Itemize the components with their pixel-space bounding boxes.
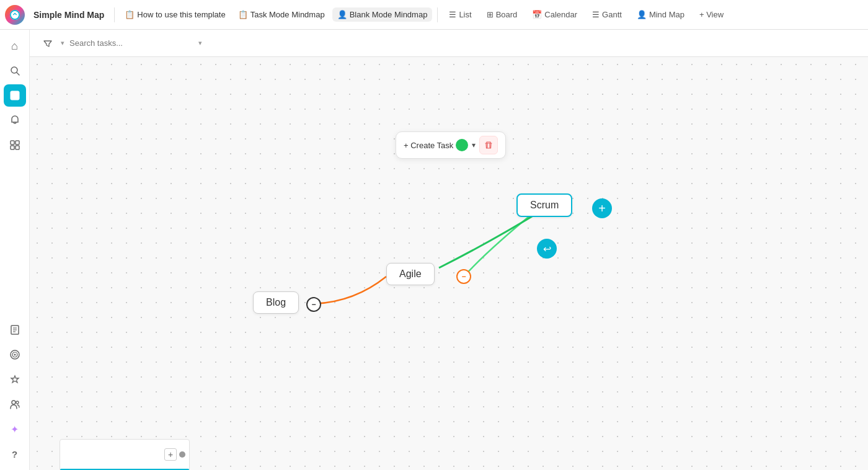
- svg-line-2: [17, 73, 19, 75]
- create-task-bar: + Create Task ▾: [396, 131, 506, 159]
- sidebar-item-home[interactable]: ⌂: [4, 35, 26, 57]
- mini-map-dot: [179, 451, 185, 458]
- sidebar-item-search[interactable]: [4, 60, 26, 82]
- toolbar: ▾ ▾: [30, 30, 868, 57]
- tab-task-mode[interactable]: 📋 Task Mode Mindmap: [233, 7, 330, 22]
- view-calendar[interactable]: 📅 Calendar: [526, 7, 583, 22]
- svg-point-14: [14, 354, 16, 356]
- svg-point-16: [16, 401, 19, 404]
- create-task-button[interactable]: + Create Task: [404, 141, 453, 150]
- view-gantt-label: Gantt: [602, 10, 622, 19]
- board-icon: ⊞: [487, 10, 494, 19]
- project-name: Simple Mind Map: [29, 7, 109, 22]
- node-blog-label: Blog: [266, 297, 286, 308]
- node-scrum[interactable]: Scrum: [516, 193, 572, 217]
- main-layout: ⌂: [0, 30, 868, 470]
- list-icon: ☰: [449, 10, 456, 19]
- logo-inner: [10, 10, 20, 20]
- filter-button[interactable]: [40, 37, 56, 50]
- status-chevron[interactable]: ▾: [471, 141, 477, 149]
- sidebar-item-ai[interactable]: ✦: [4, 418, 26, 440]
- tab-task-mode-label: Task Mode Mindmap: [250, 10, 325, 19]
- view-list[interactable]: ☰ List: [443, 7, 477, 22]
- sidebar-item-help[interactable]: ?: [4, 443, 26, 465]
- view-board-label: Board: [496, 10, 518, 19]
- svg-rect-4: [11, 141, 14, 144]
- sidebar-item-notifications[interactable]: [4, 109, 26, 131]
- mini-map-plus[interactable]: +: [164, 448, 177, 461]
- filter-icon: [43, 39, 52, 48]
- topbar-divider-1: [114, 7, 115, 22]
- agile-collapse-icon: −: [461, 272, 466, 281]
- node-agile-label: Agile: [399, 268, 422, 279]
- create-task-label: + Create Task: [404, 141, 453, 150]
- blog-collapse-button[interactable]: −: [306, 297, 321, 312]
- topbar: Simple Mind Map 📋 How to use this templa…: [0, 0, 868, 30]
- sidebar-item-pulse[interactable]: [4, 344, 26, 366]
- tab-how-to-use-icon: 📋: [125, 10, 135, 19]
- tab-how-to-use-label: How to use this template: [137, 10, 225, 19]
- content-area: ▾ ▾ + Create Task ▾: [30, 30, 868, 470]
- expand-icon: ↩: [543, 243, 551, 255]
- tab-blank-mode[interactable]: 👤 Blank Mode Mindmap: [332, 7, 433, 22]
- app-logo[interactable]: [5, 5, 25, 25]
- view-list-label: List: [459, 10, 471, 19]
- tab-task-mode-icon: 📋: [238, 10, 248, 19]
- scrum-expand-button[interactable]: ↩: [537, 239, 557, 259]
- trash-icon: [484, 141, 493, 149]
- sidebar-item-tasks[interactable]: [4, 84, 26, 107]
- svg-rect-6: [11, 146, 14, 149]
- node-blog[interactable]: Blog: [253, 291, 299, 314]
- svg-point-15: [12, 401, 16, 404]
- status-dot[interactable]: [456, 139, 468, 151]
- delete-button[interactable]: [479, 136, 498, 154]
- sidebar-item-people[interactable]: [4, 393, 26, 415]
- mindmap-canvas[interactable]: + Create Task ▾ Scrum Agile Blo: [30, 57, 868, 470]
- view-gantt[interactable]: ☰ Gantt: [586, 7, 628, 22]
- search-dropdown-icon[interactable]: ▾: [198, 39, 202, 47]
- svg-rect-5: [16, 141, 19, 144]
- tab-blank-mode-label: Blank Mode Mindmap: [350, 10, 428, 19]
- sidebar-item-docs[interactable]: [4, 319, 26, 341]
- connections-svg: [30, 57, 868, 470]
- gantt-icon: ☰: [592, 10, 600, 19]
- tab-how-to-use[interactable]: 📋 How to use this template: [120, 7, 230, 22]
- sidebar-bottom: ✦ ?: [4, 319, 26, 465]
- sidebar-item-goals[interactable]: [4, 368, 26, 391]
- tab-blank-mode-icon: 👤: [337, 10, 347, 19]
- search-input[interactable]: [69, 38, 193, 48]
- view-calendar-label: Calendar: [544, 10, 577, 19]
- scrum-add-button[interactable]: +: [592, 198, 612, 218]
- calendar-icon: 📅: [532, 10, 542, 19]
- node-scrum-label: Scrum: [530, 200, 559, 210]
- sidebar: ⌂: [0, 30, 30, 470]
- agile-collapse-button[interactable]: −: [456, 269, 471, 284]
- sidebar-item-dashboards[interactable]: [4, 134, 26, 156]
- svg-point-0: [11, 10, 19, 19]
- topbar-divider-2: [437, 7, 438, 22]
- view-mindmap-label: Mind Map: [649, 10, 684, 19]
- view-board[interactable]: ⊞ Board: [480, 7, 524, 22]
- filter-dropdown-icon[interactable]: ▾: [61, 39, 64, 47]
- svg-rect-7: [16, 146, 19, 149]
- add-view-button[interactable]: + View: [693, 7, 730, 22]
- add-view-label: + View: [699, 10, 724, 19]
- view-mindmap[interactable]: 👤 Mind Map: [631, 7, 691, 22]
- add-icon: +: [598, 202, 606, 216]
- blog-collapse-icon: −: [311, 300, 316, 309]
- node-agile[interactable]: Agile: [386, 263, 435, 285]
- mini-map: +: [60, 439, 190, 470]
- mindmap-icon: 👤: [637, 10, 647, 19]
